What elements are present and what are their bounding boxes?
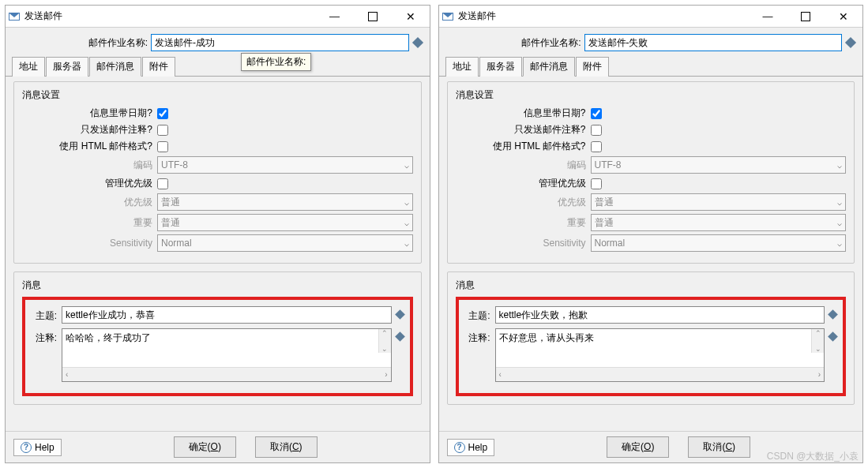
chevron-down-icon: ⌵ [837, 161, 842, 170]
group-title: 消息设置 [22, 88, 413, 102]
job-name-input[interactable] [151, 34, 409, 51]
message-group: 消息 主题: 注释: 哈哈哈，终于成功了 ⌃⌄ ‹› [13, 271, 422, 405]
use-html-checkbox[interactable] [157, 141, 168, 152]
group-title: 消息 [456, 279, 847, 292]
subject-input[interactable] [495, 306, 825, 324]
chevron-down-icon: ⌵ [404, 239, 409, 248]
chevron-down-icon: ⌵ [404, 161, 409, 170]
horizontal-scrollbar[interactable]: ‹› [496, 367, 825, 381]
highlighted-box: 主题: 注释: 不好意思，请从头再来 ⌃⌄ ‹› [456, 297, 847, 396]
cancel-button[interactable]: 取消(C) [688, 436, 750, 458]
priority-value: 普通 [595, 196, 614, 209]
priority-select[interactable]: 普通 ⌵ [157, 193, 413, 211]
comment-textarea[interactable]: 不好意思，请从头再来 ⌃⌄ ‹› [495, 328, 825, 382]
chevron-down-icon: ⌵ [837, 198, 842, 207]
ok-button[interactable]: 确定(O) [174, 436, 236, 458]
subject-input[interactable] [62, 306, 392, 324]
variable-icon[interactable] [395, 309, 405, 320]
sensitivity-label: Sensitivity [456, 238, 586, 249]
cancel-button[interactable]: 取消(C) [255, 436, 318, 458]
tab-server[interactable]: 服务器 [46, 57, 88, 77]
help-icon: ? [454, 442, 465, 453]
tab-attachment[interactable]: 附件 [576, 57, 609, 77]
encoding-label: 编码 [456, 159, 586, 172]
manage-priority-label: 管理优先级 [22, 177, 152, 190]
manage-priority-checkbox[interactable] [157, 178, 168, 189]
minimize-button[interactable] [752, 7, 783, 26]
variable-icon[interactable] [828, 309, 838, 320]
priority-label: 优先级 [456, 196, 586, 209]
sensitivity-select[interactable]: Normal ⌵ [591, 234, 847, 252]
dialog-send-mail-success: 发送邮件 邮件作业名称: 地址 服务器 邮件消息 附件 邮件作业名称: 消息设置… [5, 5, 430, 463]
chevron-down-icon: ⌵ [404, 198, 409, 207]
message-settings-group: 消息设置 信息里带日期? 只发送邮件注释? 使用 HTML 邮件格式? 编码 U… [447, 81, 855, 264]
variable-icon[interactable] [395, 331, 405, 342]
dialog-send-mail-failure: 发送邮件 邮件作业名称: 地址 服务器 邮件消息 附件 消息设置 信息里带日期?… [438, 5, 864, 463]
include-date-checkbox[interactable] [591, 108, 602, 119]
maximize-button[interactable] [357, 7, 389, 26]
help-button[interactable]: ? Help [447, 439, 495, 456]
tab-attachment[interactable]: 附件 [142, 57, 175, 77]
include-date-checkbox[interactable] [157, 108, 168, 119]
chevron-down-icon: ⌵ [837, 219, 842, 227]
comment-value: 不好意思，请从头再来 [499, 332, 594, 343]
variable-icon[interactable] [828, 331, 838, 342]
window-controls [752, 7, 859, 26]
help-button[interactable]: ? Help [13, 439, 62, 456]
encoding-select[interactable]: UTF-8 ⌵ [157, 156, 413, 174]
vertical-scrollbar[interactable]: ⌃⌄ [811, 329, 824, 353]
job-name-label: 邮件作业名称: [447, 36, 581, 50]
titlebar: 发送邮件 [439, 6, 863, 28]
sensitivity-label: Sensitivity [22, 238, 152, 249]
tab-mail-message[interactable]: 邮件消息 [523, 57, 575, 77]
only-comment-checkbox[interactable] [157, 125, 168, 136]
tab-server[interactable]: 服务器 [479, 57, 522, 77]
minimize-button[interactable] [319, 7, 351, 26]
tabbar: 地址 服务器 邮件消息 附件 [439, 56, 863, 77]
importance-label: 重要 [22, 216, 152, 230]
message-settings-group: 消息设置 信息里带日期? 只发送邮件注释? 使用 HTML 邮件格式? 编码 U… [13, 81, 422, 264]
importance-value: 普通 [595, 216, 614, 230]
comment-textarea[interactable]: 哈哈哈，终于成功了 ⌃⌄ ‹› [62, 328, 392, 382]
close-button[interactable] [395, 7, 426, 26]
window-title: 发送邮件 [458, 9, 753, 23]
comment-label: 注释: [32, 328, 57, 345]
chevron-down-icon: ⌵ [837, 239, 842, 248]
vertical-scrollbar[interactable]: ⌃⌄ [378, 329, 391, 353]
priority-value: 普通 [161, 196, 180, 209]
importance-select[interactable]: 普通 ⌵ [157, 214, 413, 231]
sensitivity-select[interactable]: Normal ⌵ [157, 234, 413, 252]
window-controls [319, 7, 426, 26]
maximize-button[interactable] [790, 7, 821, 26]
encoding-select[interactable]: UTF-8 ⌵ [591, 156, 847, 174]
close-button[interactable] [828, 7, 859, 26]
horizontal-scrollbar[interactable]: ‹› [62, 367, 391, 381]
button-bar: ? Help 确定(O) 取消(C) [439, 431, 863, 462]
use-html-checkbox[interactable] [591, 141, 602, 152]
sensitivity-value: Normal [161, 238, 192, 249]
only-comment-checkbox[interactable] [591, 125, 602, 136]
ok-button[interactable]: 确定(O) [607, 436, 669, 458]
group-title: 消息 [22, 279, 413, 292]
priority-select[interactable]: 普通 ⌵ [591, 193, 847, 211]
chevron-down-icon: ⌵ [404, 219, 409, 227]
importance-label: 重要 [456, 216, 586, 230]
tab-address[interactable]: 地址 [12, 57, 45, 77]
highlighted-box: 主题: 注释: 哈哈哈，终于成功了 ⌃⌄ ‹› [22, 297, 413, 396]
manage-priority-checkbox[interactable] [591, 178, 602, 189]
tab-mail-message[interactable]: 邮件消息 [89, 57, 141, 77]
help-icon: ? [21, 442, 32, 453]
importance-select[interactable]: 普通 ⌵ [591, 214, 847, 231]
tab-address[interactable]: 地址 [445, 57, 479, 77]
use-html-label: 使用 HTML 邮件格式? [456, 140, 586, 153]
tooltip: 邮件作业名称: [241, 53, 311, 71]
job-name-input[interactable] [584, 34, 843, 51]
include-date-label: 信息里带日期? [22, 107, 152, 120]
comment-value: 哈哈哈，终于成功了 [66, 332, 151, 343]
mail-icon [442, 13, 453, 21]
tabbar: 地址 服务器 邮件消息 附件 邮件作业名称: [6, 56, 430, 77]
variable-icon[interactable] [411, 37, 423, 48]
variable-icon[interactable] [845, 37, 856, 48]
use-html-label: 使用 HTML 邮件格式? [22, 140, 152, 153]
message-group: 消息 主题: 注释: 不好意思，请从头再来 ⌃⌄ ‹› [447, 271, 855, 405]
